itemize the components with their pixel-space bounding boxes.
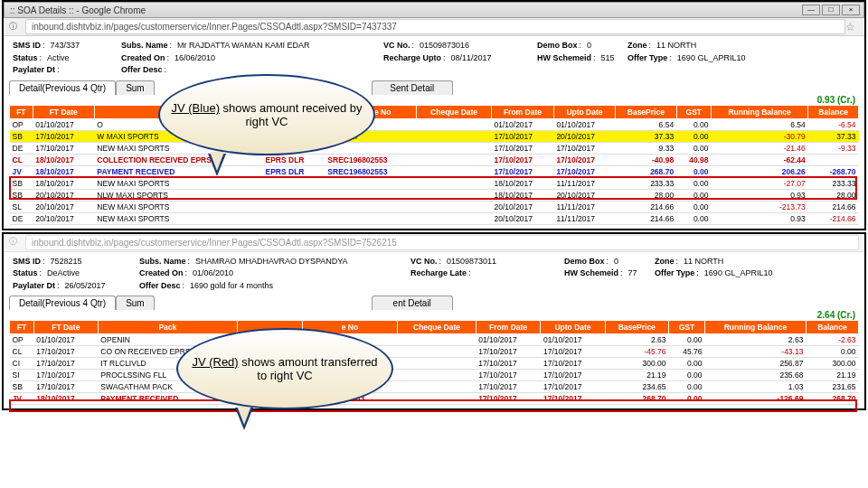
maximize-button[interactable]: □ (822, 5, 840, 15)
minimize-button[interactable]: — (802, 5, 820, 15)
col-header: BasePrice (616, 105, 677, 118)
tab-sum-2[interactable]: Sum (116, 296, 155, 310)
info-icon: ⓘ (9, 21, 22, 33)
callout-red: JV (Red) shows amount transferred to rig… (176, 328, 393, 409)
table-row[interactable]: SB17/10/2017W MAXI SPORTSPay later17/10/… (10, 130, 859, 142)
col-header: Balance (806, 321, 858, 334)
table-row[interactable]: DE17/10/2017NEW MAXI SPORTS17/10/201717/… (10, 142, 859, 154)
callout-blue: JV (Blue) shows amount received by right… (158, 74, 375, 155)
url-field-2[interactable]: inbound.dishtvbiz.in/pages/customerservi… (25, 235, 859, 250)
col-header: FT (10, 321, 34, 334)
col-header: BasePrice (605, 321, 668, 334)
table-row[interactable]: SB18/10/2017NEW MAXI SPORTS18/10/201711/… (10, 177, 859, 189)
col-header: Upto Date (553, 105, 615, 118)
table-row[interactable]: CL17/10/2017CO ON RECEIVED EPRSEPRS DLRS… (10, 346, 859, 358)
title-bar: :: SOA Details :: - Google Chrome — □ × (4, 2, 864, 18)
col-header: FT (10, 105, 33, 118)
customer-info-2: SMS ID:7528215 Subs. Name:SHAMRAO MHADHA… (4, 252, 864, 295)
lbl-demo: Demo Box (537, 40, 578, 52)
table-row[interactable]: CL18/10/2017COLLECTION RECEIVED EPRSEPRS… (10, 154, 859, 165)
table-row[interactable]: SI17/10/2017PROCLSSING FLL17/10/201717/1… (10, 370, 859, 381)
col-header: Upto Date (541, 321, 605, 334)
col-header: Running Balance (704, 321, 806, 334)
lbl-smsid: SMS ID (13, 40, 41, 52)
table-row[interactable]: SL20/10/2017NEW MAXI SPORTS20/10/201711/… (10, 201, 859, 212)
tab-sum[interactable]: Sum (116, 80, 155, 95)
address-bar: ⓘ inbound.dishtvbiz.in/pages/customerser… (4, 18, 864, 36)
soa-table-2: FTFT DatePacke NoCheque DateFrom DateUpt… (9, 320, 859, 405)
lbl-vc: VC No. (383, 40, 410, 52)
close-button[interactable]: × (842, 5, 860, 15)
lbl-subs: Subs. Name (121, 40, 168, 52)
col-header: From Date (476, 321, 541, 334)
credit-amount-1: 0.93 (Cr.) (4, 95, 864, 105)
tab-detail-2[interactable]: Detail(Previous 4 Qtr) (9, 296, 116, 310)
col-header: GST (676, 105, 711, 118)
table-row[interactable]: SB20/10/2017NLW MAXI SPORTS18/10/201720/… (10, 189, 859, 201)
col-header: Pack (98, 321, 237, 334)
table-row[interactable]: OP01/10/2017OPENIN01/10/201701/10/20172.… (10, 334, 859, 346)
tab-sent-2[interactable]: ent Detail (372, 296, 453, 310)
col-header: Cheque Date (417, 105, 492, 118)
table-row[interactable]: JV18/10/2017PAYMENT RECEIVEDEPRS DLRSREC… (10, 393, 859, 405)
table-row[interactable]: CI17/10/2017IT RLCLIVLDEPRS DLRSREC19680… (10, 358, 859, 370)
customer-info-1: SMS ID:743/337 Subs. Name:Mr RAJDATTA WA… (4, 36, 864, 79)
col-header: From Date (492, 105, 554, 118)
col-header: FT Date (33, 105, 94, 118)
address-bar-2: ⓘ inbound.dishtvbiz.in/pages/customerser… (4, 234, 864, 252)
soa-table-1: FTFT DatePaCheque NoCheque DateFrom Date… (9, 105, 859, 225)
tab-detail[interactable]: Detail(Previous 4 Qtr) (9, 80, 116, 95)
tabs-1: Detail(Previous 4 Qtr) Sum Sent Detail (4, 79, 864, 95)
col-header: Cheque Date (398, 321, 476, 334)
col-header: GST (669, 321, 705, 334)
url-field[interactable]: inbound.dishtvbiz.in/pages/customerservi… (25, 19, 845, 34)
col-header: Balance (808, 105, 859, 118)
col-header: FT Date (33, 321, 98, 334)
table-row[interactable]: SB17/10/2017SWAGATHAM PACK17/10/201717/1… (10, 381, 859, 393)
lbl-zone: Zone (627, 40, 647, 52)
tabs-2: Detail(Previous 4 Qtr) Sum ent Detail (4, 294, 864, 310)
table-row[interactable]: JV18/10/2017PAYMENT RECEIVEDEPRS DLRSREC… (10, 165, 859, 177)
info-icon: ⓘ (9, 236, 22, 249)
bookmark-icon[interactable]: ☆ (845, 21, 855, 33)
window-title: :: SOA Details :: - Google Chrome (10, 5, 146, 15)
col-header: Running Balance (711, 105, 807, 118)
table-row[interactable]: OP01/10/2017O01/10/201701/10/20176.540.0… (10, 118, 859, 130)
table-row[interactable]: DE20/10/2017NEW MAXI SPORTS20/10/201711/… (10, 212, 859, 224)
tab-sent[interactable]: Sent Detail (372, 80, 453, 95)
credit-amount-2: 2.64 (Cr.) (4, 310, 864, 320)
